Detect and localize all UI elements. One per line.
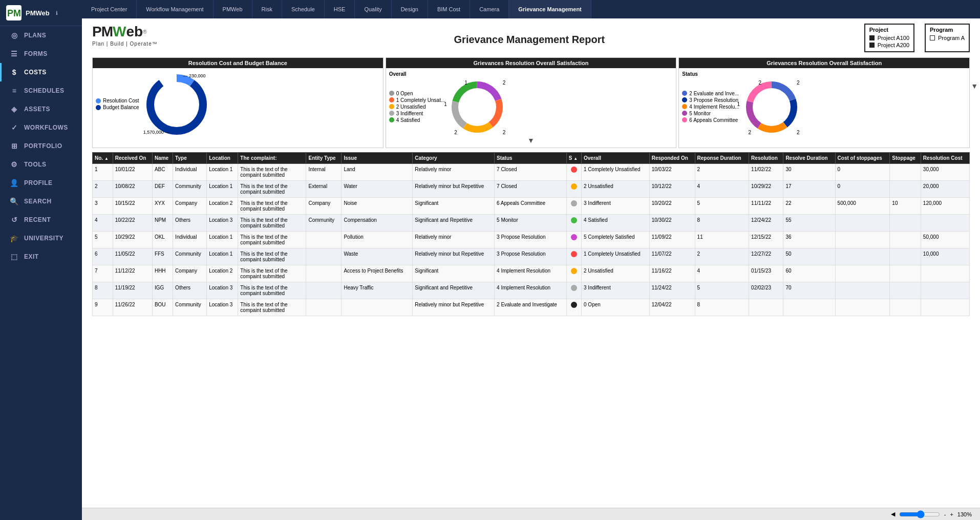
- col-responded[interactable]: Responded On: [649, 153, 695, 164]
- cell-overall: 4 Satisfied: [582, 215, 650, 232]
- dot-appeals: [682, 117, 687, 122]
- sidebar-label-forms: FORMS: [24, 50, 48, 57]
- sidebar-brand: PMWeb: [26, 9, 50, 17]
- cell-s: [566, 198, 581, 215]
- col-res-cost[interactable]: Resolution Cost: [921, 153, 969, 164]
- donut-label-2b: 2: [454, 130, 457, 135]
- topnav-item-camera[interactable]: Camera: [470, 0, 509, 18]
- donut-label-230k: — 230,000: [183, 73, 206, 78]
- cell-issue: Waste: [342, 248, 413, 265]
- col-resolution[interactable]: Resolution: [749, 153, 783, 164]
- col-received[interactable]: Received On: [113, 153, 152, 164]
- col-location[interactable]: Location: [207, 153, 238, 164]
- cell-status: 7 Closed: [495, 181, 567, 198]
- col-stoppage[interactable]: Stoppage: [890, 153, 921, 164]
- table-row[interactable]: 9 11/26/22 BOU Community Location 3 This…: [93, 299, 970, 316]
- info-icon[interactable]: ℹ: [56, 10, 58, 16]
- cell-cost-stop: [835, 299, 890, 316]
- sidebar-item-costs[interactable]: $ COSTS: [0, 63, 82, 81]
- zoom-minus[interactable]: -: [944, 511, 946, 517]
- sidebar-label-plans: PLANS: [24, 32, 46, 39]
- table-row[interactable]: 7 11/12/22 HHH Company Location 2 This i…: [93, 265, 970, 282]
- col-type[interactable]: Type: [173, 153, 207, 164]
- sidebar-item-forms[interactable]: ☰ FORMS: [0, 45, 82, 63]
- cell-entity: [306, 282, 342, 299]
- table-row[interactable]: 8 11/19/22 IGG Others Location 3 This is…: [93, 282, 970, 299]
- col-overall[interactable]: Overall: [582, 153, 650, 164]
- topnav-item-hse[interactable]: HSE: [325, 0, 355, 18]
- sidebar-item-plans[interactable]: ◎ PLANS: [0, 26, 82, 45]
- label-0-open: 0 Open: [396, 91, 413, 96]
- topnav-item-quality[interactable]: Quality: [355, 0, 391, 18]
- zoom-plus[interactable]: +: [950, 511, 953, 517]
- topnav-item-grievance-management[interactable]: Grievance Management: [509, 0, 591, 18]
- cell-type: Community: [173, 248, 207, 265]
- sidebar-item-university[interactable]: 🎓 UNIVERSITY: [0, 229, 82, 247]
- project-a200-item[interactable]: Project A200: [869, 42, 909, 48]
- col-resolve-dur[interactable]: Resolve Duration: [783, 153, 835, 164]
- legend-appeals: 6 Appeals Committee: [682, 117, 739, 123]
- cell-resolution: 02/02/23: [749, 282, 783, 299]
- cell-resp-dur: 8: [695, 215, 749, 232]
- project-a100-checkbox[interactable]: [869, 35, 875, 40]
- table-row[interactable]: 4 10/22/22 NPM Others Location 3 This is…: [93, 215, 970, 232]
- sidebar-item-search[interactable]: 🔍 SEARCH: [0, 192, 82, 211]
- cell-location: Location 3: [207, 215, 238, 232]
- topnav-item-bim-cost[interactable]: BIM Cost: [428, 0, 470, 18]
- label-4-sat: 4 Satisfied: [396, 117, 420, 123]
- cell-complaint: This is the text of the compaint submitt…: [238, 248, 306, 265]
- project-a200-checkbox[interactable]: [869, 43, 875, 48]
- table-row[interactable]: 5 10/29/22 OKL Individual Location 1 Thi…: [93, 232, 970, 248]
- cell-name: ABC: [152, 164, 173, 181]
- chart3-scroll[interactable]: ▼: [971, 82, 978, 90]
- table-row[interactable]: 3 10/15/22 XYX Company Location 2 This i…: [93, 198, 970, 215]
- col-resp-dur[interactable]: Reponse Duration: [695, 153, 749, 164]
- sidebar-item-workflows[interactable]: ✓ WORKFLOWS: [0, 118, 82, 137]
- report-header: PM W eb ® Plan | Build | Operate™ Grieva…: [92, 24, 970, 52]
- program-a-checkbox[interactable]: [930, 35, 935, 40]
- table-row[interactable]: 6 11/05/22 FFS Community Location 1 This…: [93, 248, 970, 265]
- chart-cost-budget: Resolution Cost and Budget Balance Resol…: [92, 57, 384, 148]
- chart2-expand-btn[interactable]: ▼: [389, 136, 673, 144]
- col-cost-stop[interactable]: Cost of stoppages: [835, 153, 890, 164]
- topnav-item-schedule[interactable]: Schedule: [282, 0, 325, 18]
- sidebar-item-portfolio[interactable]: ⊞ PORTFOLIO: [0, 137, 82, 155]
- cell-responded: 11/09/22: [649, 232, 695, 248]
- sidebar-item-profile[interactable]: 👤 PROFILE: [0, 174, 82, 192]
- cell-resp-dur: 5: [695, 198, 749, 215]
- project-a100-item[interactable]: Project A100: [869, 35, 909, 41]
- sidebar-item-tools[interactable]: ⚙ TOOLS: [0, 155, 82, 174]
- scroll-left-btn[interactable]: ◀: [891, 511, 895, 517]
- cell-received: 10/29/22: [113, 232, 152, 248]
- col-complaint[interactable]: The complaint:: [238, 153, 306, 164]
- cell-name: IGG: [152, 282, 173, 299]
- topnav-item-pmweb[interactable]: PMWeb: [214, 0, 252, 18]
- cell-entity: [306, 248, 342, 265]
- program-a-item[interactable]: Program A: [930, 35, 965, 41]
- donut-label-2c: 2: [503, 130, 506, 135]
- col-entity[interactable]: Entity Type: [306, 153, 342, 164]
- table-row[interactable]: 2 10/08/22 DEF Community Location 1 This…: [93, 181, 970, 198]
- sidebar-label-search: SEARCH: [24, 198, 52, 205]
- topnav-item-risk[interactable]: Risk: [252, 0, 282, 18]
- col-category[interactable]: Category: [413, 153, 495, 164]
- topnav-item-design[interactable]: Design: [392, 0, 428, 18]
- topnav-item-project-center[interactable]: Project Center: [82, 0, 137, 18]
- cell-name: DEF: [152, 181, 173, 198]
- col-s[interactable]: S ▲: [566, 153, 581, 164]
- sidebar-item-recent[interactable]: ↺ RECENT: [0, 211, 82, 229]
- cell-name: NPM: [152, 215, 173, 232]
- col-status[interactable]: Status: [495, 153, 567, 164]
- col-issue[interactable]: Issue: [342, 153, 413, 164]
- topnav-item-workflow-management[interactable]: Workflow Management: [137, 0, 213, 18]
- sidebar-item-schedules[interactable]: ≡ SCHEDULES: [0, 81, 82, 100]
- sidebar-item-exit[interactable]: ⬚ EXIT: [0, 247, 82, 266]
- dot-1-unsat: [389, 97, 394, 102]
- col-name[interactable]: Name: [152, 153, 173, 164]
- svg-point-10: [458, 88, 496, 126]
- zoom-slider[interactable]: [899, 510, 940, 518]
- sidebar-item-assets[interactable]: ◈ ASSETS: [0, 100, 82, 118]
- cell-stoppage: [890, 215, 921, 232]
- table-row[interactable]: 1 10/01/22 ABC Individual Location 1 Thi…: [93, 164, 970, 181]
- col-no[interactable]: No. ▲: [93, 153, 113, 164]
